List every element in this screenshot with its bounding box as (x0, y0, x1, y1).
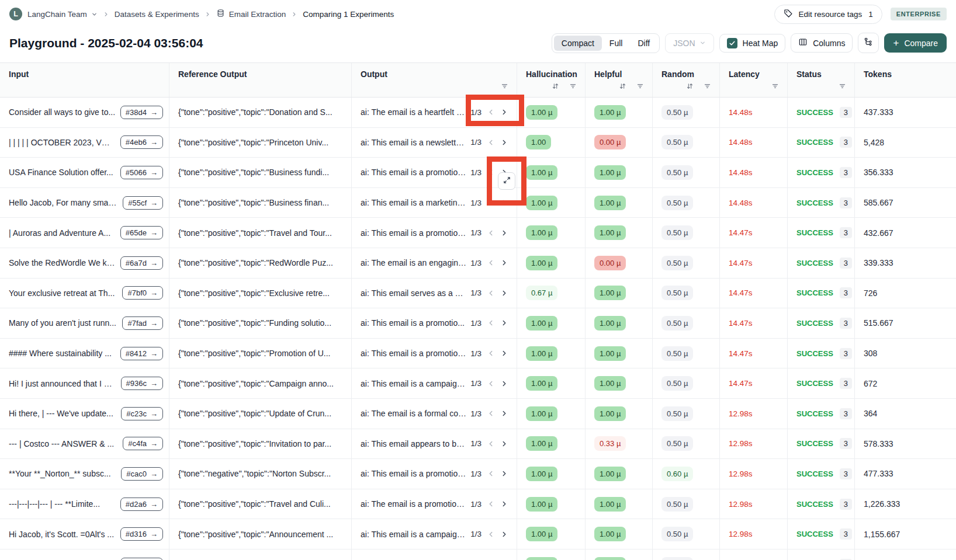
reference-output-cell[interactable]: {"tone":"positive","topic":"Princeton Un… (169, 128, 352, 158)
example-id-badge[interactable]: #4eb6 → (120, 135, 163, 149)
reference-output-cell[interactable]: {"tone":"positive","topic":"RedWordle Pu… (169, 248, 352, 278)
example-id-badge[interactable]: #c23c → (121, 407, 163, 420)
output-cell[interactable]: ai: This email is a promotion...1/3 (352, 459, 517, 489)
input-cell[interactable]: Hi Jacob, it's Scott. =0Alt's ...#d316 → (0, 519, 169, 549)
pager-prev-button[interactable] (487, 440, 495, 448)
sort-icon[interactable] (552, 82, 559, 92)
input-cell[interactable]: | Auroras and Adventure A...#65de → (0, 218, 169, 248)
breadcrumb-datasets[interactable]: Datasets & Experiments (115, 10, 199, 19)
example-id-badge[interactable]: #6a7d → (120, 256, 163, 270)
example-id-badge[interactable]: #38d4 → (120, 106, 163, 119)
pager-next-button[interactable] (500, 530, 508, 538)
reference-output-cell[interactable]: {"tone":"negative","topic":"Norton Subsc… (169, 459, 352, 489)
example-id-badge[interactable]: #5066 → (120, 166, 163, 179)
example-id-badge[interactable]: #c4fa → (123, 437, 163, 450)
output-cell[interactable]: ai: This email is a promotion...1/3 (352, 218, 517, 248)
pager-next-button[interactable] (500, 440, 508, 448)
reference-output-cell[interactable]: {"tone":"positive","topic":"Funding solu… (169, 308, 352, 338)
heat-map-toggle[interactable]: Heat Map (719, 34, 786, 53)
langchain-logo[interactable]: L (9, 8, 22, 20)
trace-tree-button[interactable] (858, 33, 879, 53)
pager-prev-button[interactable] (487, 199, 495, 207)
columns-button[interactable]: Columns (791, 33, 853, 53)
input-cell[interactable]: Solve the RedWordle We kn...#6a7d → (0, 248, 169, 278)
pager-next-button[interactable] (500, 199, 508, 207)
pager-prev-button[interactable] (487, 469, 495, 478)
pager-prev-button[interactable] (487, 349, 495, 357)
pager-prev-button[interactable] (487, 409, 495, 418)
view-mode-compact[interactable]: Compact (554, 36, 602, 51)
reference-output-cell[interactable]: {"tone":"positive","topic":"New Produ... (169, 549, 352, 560)
reference-output-cell[interactable]: {"tone":"positive","topic":"Invitation t… (169, 429, 352, 459)
compare-button[interactable]: + Compare (884, 33, 947, 53)
view-mode-diff[interactable]: Diff (630, 36, 657, 51)
input-cell[interactable]: Hi! I just announced that I w...#936c → (0, 368, 169, 398)
example-id-badge[interactable]: #cac0 → (121, 467, 163, 481)
pager-prev-button[interactable] (487, 530, 495, 538)
reference-output-cell[interactable]: {"tone":"positive","topic":"Travel and C… (169, 489, 352, 519)
output-cell[interactable]: ai: This email is a campaign ...1/3 (352, 368, 517, 398)
reference-output-cell[interactable]: {"tone":"positive","topic":"Exclusive re… (169, 279, 352, 308)
example-id-badge[interactable]: #7bf0 → (122, 286, 163, 300)
reference-output-cell[interactable]: {"tone":"positive","topic":"Business fun… (169, 158, 352, 187)
pager-next-button[interactable] (500, 469, 508, 478)
reference-output-cell[interactable]: {"tone":"positive","topic":"Campaign ann… (169, 368, 352, 398)
pager-prev-button[interactable] (487, 168, 495, 176)
output-cell[interactable]: ai: This email is a promotio...1/3 (352, 308, 517, 338)
input-cell[interactable]: ---|---|---|--- | --- **Limite...#d2a6 → (0, 489, 169, 519)
pager-prev-button[interactable] (487, 259, 495, 267)
input-cell[interactable]: USA Finance Solution offer...#5066 → (0, 158, 169, 187)
filter-icon[interactable] (704, 82, 711, 92)
reference-output-cell[interactable]: {"tone":"positive","topic":"Promotion of… (169, 339, 352, 368)
pager-prev-button[interactable] (487, 319, 495, 327)
output-cell[interactable]: ai: The email is a formal com...1/3 (352, 399, 517, 429)
output-cell[interactable]: ai: This email serves as a pr...1/3 (352, 279, 517, 308)
input-cell[interactable]: Your exclusive retreat at Th...#7bf0 → (0, 279, 169, 308)
pager-next-button[interactable] (500, 319, 508, 327)
pager-next-button[interactable] (500, 380, 508, 388)
pager-prev-button[interactable] (487, 500, 495, 508)
input-cell[interactable]: Many of you aren't just runn...#7fad → (0, 308, 169, 338)
pager-prev-button[interactable] (487, 108, 495, 116)
filter-icon[interactable] (839, 82, 846, 92)
pager-next-button[interactable] (500, 138, 508, 147)
pager-next-button[interactable] (500, 108, 508, 116)
input-cell[interactable]: Consider all ways to give to...#38d4 → (0, 98, 169, 127)
output-cell[interactable]: ai: This email is a promotion...1/3 (352, 339, 517, 368)
example-id-badge[interactable]: #d9a2 → (120, 558, 163, 560)
reference-output-cell[interactable]: {"tone":"positive","topic":"Business fin… (169, 188, 352, 218)
pager-prev-button[interactable] (487, 138, 495, 147)
pager-prev-button[interactable] (487, 289, 495, 297)
pager-next-button[interactable] (500, 500, 508, 508)
example-id-badge[interactable]: #8412 → (120, 347, 163, 360)
example-id-badge[interactable]: #d316 → (120, 527, 163, 541)
input-cell[interactable]: | | | | | OCTOBER 2023, VOL...#4eb6 → (0, 128, 169, 158)
input-cell[interactable]: Hi there, | --- We've update...#c23c → (0, 399, 169, 429)
reference-output-cell[interactable]: {"tone":"positive","topic":"Donation and… (169, 98, 352, 127)
pager-prev-button[interactable] (487, 380, 495, 388)
output-cell[interactable]: ai: The email is a promotiona...1/3 (352, 489, 517, 519)
sort-icon[interactable] (619, 82, 626, 92)
reference-output-cell[interactable]: {"tone":"positive","topic":"Update of Cr… (169, 399, 352, 429)
pager-next-button[interactable] (500, 409, 508, 418)
output-cell[interactable]: ai: This email is a promotion...1/3 (352, 158, 517, 187)
input-cell[interactable]: Hello Jacob, For many small...#55cf → (0, 188, 169, 218)
output-cell[interactable]: ai: This email is a marketing ...1/3 (352, 188, 517, 218)
pager-next-button[interactable] (500, 259, 508, 267)
output-cell[interactable]: ai: The email is a heartfelt ap...1/3 (352, 98, 517, 127)
output-cell[interactable]: ai: This email appears to be ...1/3 (352, 429, 517, 459)
expand-row-button[interactable] (498, 172, 515, 190)
example-id-badge[interactable]: #55cf → (123, 196, 163, 210)
example-id-badge[interactable]: #7fad → (122, 316, 163, 330)
example-id-badge[interactable]: #65de → (120, 226, 163, 239)
breadcrumb-team[interactable]: LangChain Team (27, 10, 98, 19)
input-cell[interactable]: --- | Costco --- ANSWER & ...#c4fa → (0, 429, 169, 459)
input-cell[interactable]: **Your **_Norton_** subsc...#cac0 → (0, 459, 169, 489)
breadcrumb-dataset[interactable]: Email Extraction (216, 9, 286, 19)
output-cell[interactable]: ai: The email is an engaging,...1/3 (352, 248, 517, 278)
reference-output-cell[interactable]: {"tone":"positive","topic":"Travel and T… (169, 218, 352, 248)
example-id-badge[interactable]: #d2a6 → (120, 498, 163, 511)
sort-icon[interactable] (686, 82, 694, 92)
pager-next-button[interactable] (500, 349, 508, 357)
format-dropdown[interactable]: JSON (665, 33, 713, 53)
